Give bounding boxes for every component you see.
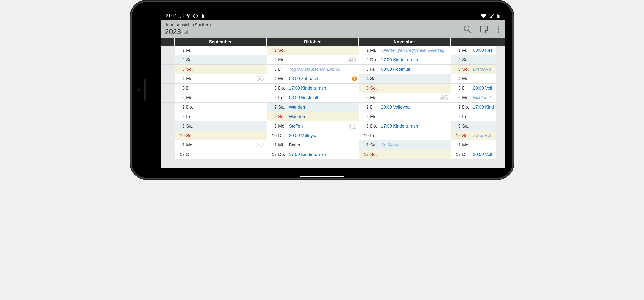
month-header[interactable]: September [174, 38, 266, 46]
day-cell[interactable]: 6Mi. [175, 93, 266, 103]
day-cell[interactable]: 12Do.17:00 Kinderturnen [267, 150, 358, 159]
day-cell[interactable]: 4Mo. [451, 74, 496, 84]
year-grid[interactable]: 1Fr.2Sa.3So.4Mo.365Di.6Mi.7Do.8Fr.9Sa.10… [161, 46, 504, 168]
day-cell[interactable]: 9Sa. [175, 122, 266, 131]
month-header[interactable] [450, 38, 484, 46]
home-indicator[interactable] [300, 176, 344, 177]
day-of-week: Do. [185, 105, 196, 110]
day-of-week: Sa. [461, 57, 472, 62]
day-cell[interactable]: 10So. [175, 131, 266, 141]
week-number: 37 [256, 141, 264, 149]
day-of-week: So. [185, 67, 196, 72]
event-label: 08:00 Restmüll [288, 95, 318, 100]
day-number: 2 [362, 57, 369, 62]
day-cell[interactable]: 2Do.17:00 Kinderturnen [359, 55, 450, 65]
day-cell[interactable]: 7Sa.Wandern [267, 103, 358, 112]
day-of-week: So. [369, 86, 380, 91]
device-camera [137, 88, 140, 92]
holiday-label: Erster Ad [472, 67, 491, 72]
day-of-week: Di. [185, 152, 196, 157]
day-cell[interactable]: 3So.Erster Ad [451, 65, 496, 74]
day-cell[interactable]: 11Mi.Berlin [267, 141, 358, 150]
event-label: 08:00 Restmüll [380, 67, 410, 72]
day-cell[interactable]: 8Fr. [175, 112, 266, 122]
search-icon[interactable] [463, 25, 472, 33]
day-cell[interactable]: 10Fr. [359, 131, 450, 141]
day-cell[interactable]: 1Mi.Allerheiligen (regionaler Feiertag) [359, 46, 450, 55]
day-of-week: Mi. [369, 48, 380, 53]
day-cell[interactable]: 12Di.20:00 Voll [451, 150, 496, 159]
signal-icon [490, 14, 494, 18]
day-number: 6 [270, 95, 277, 100]
day-number: 4 [362, 76, 369, 81]
day-cell[interactable]: 11Mo.37 [175, 141, 266, 150]
day-cell[interactable]: 6Fr.08:00 Restmüll [267, 93, 358, 103]
day-cell[interactable]: 12Di. [175, 150, 266, 159]
day-cell[interactable]: 7Do. [175, 103, 266, 112]
event-label: Wandern [288, 105, 306, 110]
day-cell[interactable]: 5Di.20:00 Voll [451, 84, 496, 93]
day-cell[interactable]: 9Do.17:00 Kinderturnen [359, 122, 450, 131]
day-of-week: Fr. [185, 48, 196, 53]
day-cell[interactable]: 8So.Wandern [267, 112, 358, 122]
day-cell[interactable]: 9Mo.Steffen41 [267, 122, 358, 131]
status-time: 21:19 [166, 14, 177, 19]
day-cell[interactable]: 5Do.17:00 Kinderturnen [267, 84, 358, 93]
day-cell[interactable]: 1So. [267, 46, 358, 55]
day-cell[interactable]: 10So.Zweiter A [451, 131, 496, 141]
day-cell[interactable]: 8Fr. [451, 112, 496, 122]
day-cell[interactable]: 4Mi.08:00 Zahnarzt! [267, 74, 358, 84]
event-label: 17:00 Kinderturnen [288, 152, 326, 157]
day-number: 6 [454, 95, 461, 100]
month-header[interactable]: November [358, 38, 450, 46]
day-of-week: Di. [461, 86, 472, 91]
day-cell[interactable]: 2Mo.40 [267, 55, 358, 65]
day-cell[interactable]: 3So. [175, 65, 266, 74]
day-cell[interactable]: 7Di.20:00 Volleyball [359, 103, 450, 112]
day-number: 12 [362, 152, 369, 157]
day-cell[interactable]: 3Fr.08:00 Restmüll [359, 65, 450, 74]
svg-rect-14 [498, 25, 499, 27]
svg-rect-15 [498, 28, 499, 30]
month-column: 1So.2Mo.403Di.Tag der Deutschen Einheit4… [266, 46, 358, 168]
location-icon [187, 14, 190, 18]
day-number: 5 [178, 86, 185, 91]
svg-point-3 [195, 15, 196, 16]
day-number: 8 [362, 114, 369, 119]
day-cell[interactable]: 6Mo.45 [359, 93, 450, 103]
holiday-label: Allerheiligen (regionaler Feiertag) [380, 48, 446, 53]
month-header[interactable]: Oktober [266, 38, 358, 46]
day-of-week: Di. [461, 152, 472, 157]
holiday-label: Tag der Deutschen Einheit [288, 67, 340, 72]
day-of-week: Sa. [369, 143, 380, 148]
day-cell[interactable]: 12So. [359, 150, 450, 159]
day-cell[interactable]: 8Mi. [359, 112, 450, 122]
day-cell[interactable]: 1Fr.08:00 Res [451, 46, 496, 55]
day-number: 6 [178, 95, 185, 100]
wifi-icon [481, 14, 486, 18]
day-cell[interactable]: 5Di. [175, 84, 266, 93]
day-cell[interactable]: 3Di.Tag der Deutschen Einheit [267, 65, 358, 74]
day-cell[interactable]: 11Mo. [451, 141, 496, 150]
day-cell[interactable]: 6Mi.Nikolaust [451, 93, 496, 103]
day-cell[interactable]: 1Fr. [175, 46, 266, 55]
day-cell[interactable]: 4Mo.36 [175, 74, 266, 84]
day-cell[interactable]: 7Do.17:00 Kind [451, 103, 496, 112]
battery-icon [497, 14, 500, 18]
day-of-week: Mo. [277, 124, 288, 129]
day-cell[interactable]: 2Sa. [175, 55, 266, 65]
overflow-menu-icon[interactable] [497, 25, 500, 33]
day-number: 12 [270, 152, 277, 157]
day-of-week: Di. [277, 67, 288, 72]
day-number: 9 [178, 124, 185, 129]
day-cell[interactable]: 11Sa.St. Martin [359, 141, 450, 150]
day-cell[interactable]: 9Sa. [451, 122, 496, 131]
day-cell[interactable]: 2Sa. [451, 55, 496, 65]
year-spinner[interactable]: 2023 [165, 27, 211, 36]
day-cell[interactable]: 5So. [359, 84, 450, 93]
day-cell[interactable]: 10Di.20:00 Volleyball [267, 131, 358, 141]
day-cell[interactable]: 4Sa. [359, 74, 450, 84]
face-icon [193, 14, 198, 18]
holiday-label: St. Martin [380, 143, 400, 148]
today-icon[interactable] [480, 24, 489, 34]
